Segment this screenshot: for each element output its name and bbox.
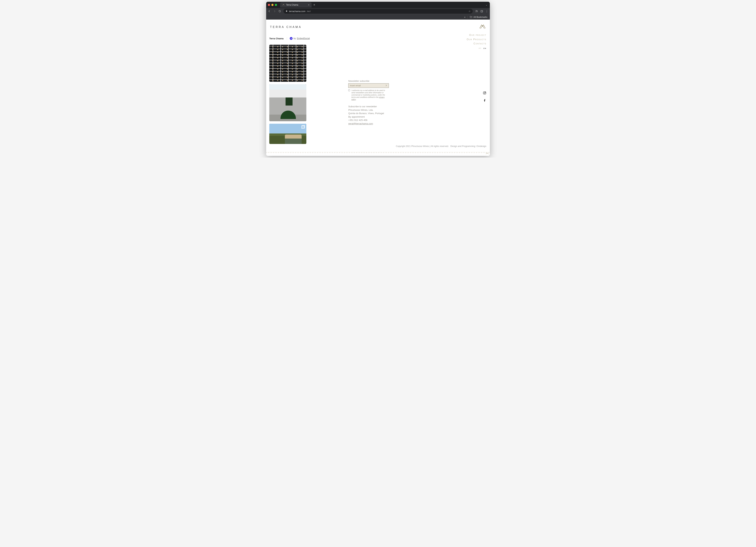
social-rail <box>483 91 486 103</box>
window-controls <box>268 4 277 6</box>
contacts-line: Quinta do Buraco, Viseu, Portugal <box>348 112 389 115</box>
browser-chrome: Terra Chama × + ⌄ terrachama.com/en/ <box>266 2 490 20</box>
newsletter-email-input[interactable] <box>350 84 385 87</box>
newsletter-submit-button[interactable] <box>385 84 388 87</box>
contacts-line: By appointment <box>348 115 389 119</box>
new-tab-button[interactable]: + <box>313 3 315 7</box>
side-panel-icon[interactable] <box>480 10 483 13</box>
embedsocial-badge-icon: ✦ <box>290 37 293 40</box>
footer-design-credit: Design and Programming: Omdesign <box>450 145 486 147</box>
feed-item[interactable] <box>269 124 306 144</box>
newsletter-input-wrap <box>348 83 389 88</box>
feed-item[interactable] <box>269 84 306 121</box>
page-content: TERRA CHAMA Our project Our Products Con… <box>266 20 490 156</box>
nav-contacts[interactable]: Contacts <box>467 41 486 46</box>
divider <box>467 16 468 19</box>
close-tab-icon[interactable]: × <box>308 3 309 6</box>
minimize-window-button[interactable] <box>271 4 273 6</box>
tabs-dropdown-icon[interactable]: ⌄ <box>486 4 487 6</box>
feed-image-vineyard-vehicle <box>269 124 306 144</box>
footer-divider <box>266 152 490 154</box>
browser-window: Terra Chama × + ⌄ terrachama.com/en/ <box>266 2 490 156</box>
main-nav: Our project Our Products Contacts pt en <box>467 33 486 50</box>
overflow-icon[interactable]: » <box>464 16 465 18</box>
social-feed <box>269 45 306 144</box>
feed-image-wine-rack <box>269 45 306 82</box>
tab-bar: Terra Chama × + ⌄ <box>266 2 490 8</box>
lang-en[interactable]: en <box>483 47 486 49</box>
contacts-block: Subscribe to our newsletter Phructuoso W… <box>348 105 389 125</box>
facebook-link[interactable] <box>483 99 486 103</box>
site-header: TERRA CHAMA <box>269 23 487 31</box>
site-wordmark[interactable]: TERRA CHAMA <box>269 23 302 29</box>
site-logo-icon[interactable] <box>479 23 487 31</box>
embed-by-prefix: by <box>294 37 296 40</box>
address-bar[interactable]: terrachama.com/en/ ☆ <box>283 9 473 14</box>
svg-point-2 <box>484 92 485 94</box>
contacts-phone: +351 912 425 456 <box>348 118 389 122</box>
back-button[interactable] <box>268 10 271 13</box>
browser-tab[interactable]: Terra Chama × <box>280 2 312 8</box>
nav-project[interactable]: Our project <box>467 33 486 37</box>
svg-rect-0 <box>481 10 483 12</box>
folder-icon <box>470 16 472 19</box>
reload-button[interactable] <box>278 10 281 13</box>
feed-header: Terra Chama ✦ by EmbedSocial <box>269 37 487 40</box>
embed-attribution: ✦ by EmbedSocial <box>287 37 310 40</box>
nav-products[interactable]: Our Products <box>467 37 486 42</box>
tab-title: Terra Chama <box>286 4 298 6</box>
close-window-button[interactable] <box>268 4 270 6</box>
newsletter-label: Newsletter subscribe <box>348 80 389 82</box>
forward-button[interactable] <box>273 10 276 13</box>
newsletter-block: Newsletter subscribe I authorize my e-ma… <box>348 80 389 125</box>
consent-checkbox[interactable] <box>348 89 350 91</box>
lock-icon <box>286 10 288 13</box>
corner-mark-icon <box>486 152 489 155</box>
nav-bar: terrachama.com/en/ ☆ ⋮ <box>266 8 490 14</box>
lang-pt[interactable]: pt <box>479 47 482 49</box>
all-bookmarks-button[interactable]: All Bookmarks <box>470 16 487 19</box>
url-host: terrachama.com <box>289 10 305 13</box>
consent-row: I authorize my e-mail address to be used… <box>348 89 389 101</box>
feed-item[interactable] <box>269 45 306 82</box>
svg-point-3 <box>485 92 486 92</box>
zoom-window-button[interactable] <box>275 4 277 6</box>
all-bookmarks-label: All Bookmarks <box>473 16 487 18</box>
url-path: /en/ <box>307 10 311 13</box>
main-columns: Newsletter subscribe I authorize my e-ma… <box>269 45 487 144</box>
footer-copyright: Copyright 2021 Phructuoso Wines | All ri… <box>396 145 449 147</box>
footer-text: Copyright 2021 Phructuoso Wines | All ri… <box>396 145 486 147</box>
bookmark-bar: » All Bookmarks <box>266 14 490 20</box>
bookmark-star-icon[interactable]: ☆ <box>469 10 471 13</box>
menu-icon[interactable]: ⋮ <box>485 10 488 13</box>
contacts-email-link[interactable]: geral@terrachama.com <box>348 122 373 125</box>
media-control-icon[interactable] <box>475 10 478 13</box>
feed-title: Terra Chama <box>269 37 284 40</box>
instagram-link[interactable] <box>483 91 486 95</box>
language-switch: pt en <box>467 46 486 50</box>
feed-image-winery-exterior <box>269 84 306 121</box>
consent-text: I authorize my e-mail address to be used… <box>351 89 389 101</box>
favicon-icon <box>282 4 285 6</box>
embedsocial-link[interactable]: EmbedSocial <box>297 37 310 40</box>
gallery-icon <box>301 125 305 129</box>
contacts-line: Subscribe to our newsletter <box>348 105 389 108</box>
contacts-line: Phructuoso Wines, Lda. <box>348 108 389 112</box>
